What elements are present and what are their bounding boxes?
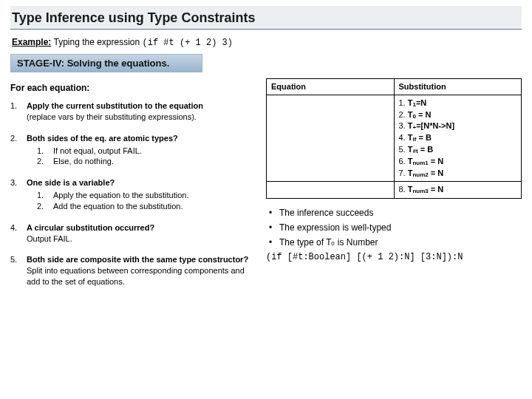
th-equation: Equation: [267, 79, 395, 95]
substep-number: 1.: [37, 146, 53, 157]
cell-substitution: 8. Tnum3 = N: [394, 182, 522, 199]
steps-list: 1.Apply the current substitution to the …: [10, 100, 253, 287]
step-item: 3.One side is a variable?1.Apply the equ…: [10, 177, 253, 212]
th-substitution: Substitution: [394, 79, 522, 95]
cell-substitution: 1. T1=N2. T0 = N3. T+=[N*N->N]4. Tif = B…: [394, 95, 522, 182]
substitution-entry: 6. Tnum1 = N: [399, 156, 517, 168]
example-code: (if #t (+ 1 2) 3): [143, 38, 233, 48]
substep-item: 2.Add the equation to the substitution.: [37, 201, 253, 212]
substep-text: If not equal, output FAIL.: [53, 146, 142, 157]
substep-item: 1.If not equal, output FAIL.: [37, 146, 253, 157]
step-number: 4.: [10, 222, 27, 245]
substep-number: 1.: [37, 190, 53, 201]
cell-equation: [267, 182, 395, 199]
conclusion-item: The type of T₀ is Number: [266, 237, 522, 248]
substep-item: 2.Else, do nothing.: [37, 156, 253, 167]
substitution-entry: 1. T1=N: [399, 98, 517, 109]
cell-equation: [267, 95, 395, 182]
step-body: Apply the current substitution to the eq…: [27, 100, 253, 123]
conclusion-item: The inference succeeds: [266, 208, 522, 218]
step-number: 1.: [10, 100, 27, 123]
step-lead: Apply the current substitution to the eq…: [27, 101, 203, 110]
step-item: 4.A circular substitution occurred?Outpu…: [10, 222, 253, 245]
step-number: 5.: [10, 254, 27, 287]
substep-number: 2.: [37, 156, 53, 167]
table-row: 8. Tnum3 = N: [267, 182, 522, 199]
title-bar: Type Inference using Type Constraints: [10, 6, 522, 30]
step-body: One side is a variable?1.Apply the equat…: [27, 177, 253, 212]
slide: Type Inference using Type Constraints Ex…: [0, 0, 532, 399]
substitution-entry: 5. T#t = B: [399, 144, 517, 156]
step-lead: One side is a variable?: [27, 178, 115, 187]
step-body: A circular substitution occurred?Output …: [27, 222, 253, 245]
step-tail: Output FAIL.: [27, 234, 72, 243]
step-tail: Split into equations between correspondi…: [27, 266, 245, 286]
substitution-entry: 4. Tif = B: [399, 132, 517, 144]
substitution-entry: 3. T+=[N*N->N]: [399, 120, 517, 132]
example-label: Example:: [12, 37, 51, 47]
two-column-layout: For each equation: 1.Apply the current s…: [10, 78, 522, 298]
step-body: Both side are composite with the same ty…: [27, 254, 253, 287]
example-line: Example: Typing the expression (if #t (+…: [12, 37, 520, 48]
step-number: 3.: [10, 177, 27, 212]
step-lead: Both side are composite with the same ty…: [27, 255, 248, 264]
conclusion-list: The inference succeedsThe expression is …: [266, 208, 522, 248]
step-item: 1.Apply the current substitution to the …: [10, 100, 253, 123]
step-lead: Both sides of the eq. are atomic types?: [27, 134, 178, 143]
results-column: Equation Substitution 1. T1=N2. T0 = N3.…: [266, 78, 522, 298]
step-number: 2.: [10, 133, 27, 168]
substeps-list: 1.If not equal, output FAIL.2.Else, do n…: [37, 146, 253, 168]
substep-number: 2.: [37, 201, 53, 212]
example-text: Typing the expression: [53, 37, 142, 47]
algorithm-column: For each equation: 1.Apply the current s…: [10, 78, 253, 298]
step-tail: (replace vars by their substituting expr…: [27, 112, 197, 121]
foreach-heading: For each equation:: [10, 83, 253, 93]
substep-text: Else, do nothing.: [53, 156, 114, 167]
typed-expression: (if [#t:Boolean] [(+ 1 2):N] [3:N]):N: [266, 252, 522, 262]
substep-item: 1.Apply the equation to the substitution…: [37, 190, 253, 201]
substitution-entry: 7. Tnum2 = N: [399, 168, 517, 180]
equation-table: Equation Substitution 1. T1=N2. T0 = N3.…: [266, 78, 522, 199]
substep-text: Add the equation to the substitution.: [53, 201, 183, 212]
step-item: 2.Both sides of the eq. are atomic types…: [10, 133, 253, 168]
conclusion-item: The expression is well-typed: [266, 222, 522, 233]
stage-badge: STAGE-IV: Solving the equations.: [10, 54, 202, 72]
step-lead: A circular substitution occurred?: [27, 223, 154, 232]
substitution-entry: 8. Tnum3 = N: [399, 184, 517, 196]
step-body: Both sides of the eq. are atomic types?1…: [27, 133, 253, 168]
substep-text: Apply the equation to the substitution.: [53, 190, 188, 201]
substeps-list: 1.Apply the equation to the substitution…: [37, 190, 253, 212]
slide-title: Type Inference using Type Constraints: [12, 10, 520, 26]
substitution-entry: 2. T0 = N: [399, 109, 517, 121]
table-row: 1. T1=N2. T0 = N3. T+=[N*N->N]4. Tif = B…: [267, 95, 522, 182]
step-item: 5.Both side are composite with the same …: [10, 254, 253, 287]
